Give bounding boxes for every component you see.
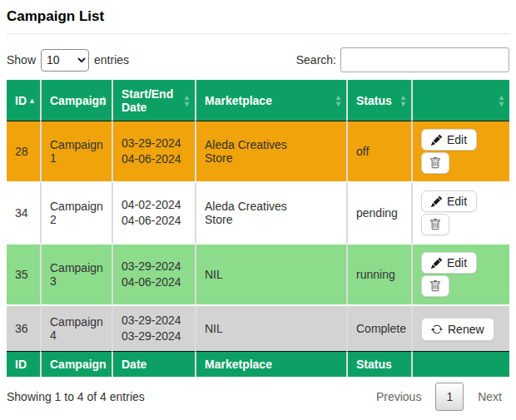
cell-status: off bbox=[346, 121, 411, 181]
page-number-button[interactable]: 1 bbox=[435, 383, 464, 411]
marketplace-text: Aleda Creatives Store bbox=[205, 200, 298, 226]
delete-button[interactable] bbox=[421, 275, 449, 297]
next-page-button[interactable]: Next bbox=[470, 383, 509, 410]
edit-button[interactable]: Edit bbox=[421, 129, 477, 151]
column-header-label: Marketplace bbox=[205, 94, 272, 107]
search-control: Search: bbox=[296, 47, 509, 72]
column-header-marketplace[interactable]: Marketplace▲▼ bbox=[195, 80, 346, 121]
column-header-id[interactable]: ID▲ bbox=[7, 80, 40, 121]
end-date: 04-06-2024 bbox=[122, 213, 186, 229]
start-date: 03-29-2024 bbox=[122, 313, 186, 329]
sort-arrows-icon: ▲▼ bbox=[498, 94, 505, 107]
previous-page-button[interactable]: Previous bbox=[369, 383, 429, 410]
cell-campaign: Campaign 3 bbox=[40, 243, 112, 304]
delete-button[interactable] bbox=[421, 214, 449, 235]
table-body: 28Campaign 103-29-202404-06-2024Aleda Cr… bbox=[7, 121, 509, 351]
cell-marketplace: Aleda Creatives Store bbox=[195, 121, 346, 181]
table-row: 36Campaign 403-29-202403-29-2024NILCompl… bbox=[7, 304, 509, 351]
column-header-actions[interactable]: ▲▼ bbox=[411, 80, 509, 121]
cell-campaign: Campaign 1 bbox=[40, 121, 112, 181]
row-actions: Edit bbox=[421, 128, 501, 175]
page-length-select[interactable]: 10 bbox=[41, 49, 89, 72]
pencil-icon bbox=[431, 258, 442, 269]
column-header-start-end-date[interactable]: Start/End Date▲▼ bbox=[112, 80, 195, 121]
footer-column-status: Status bbox=[346, 351, 411, 377]
entries-label: entries bbox=[94, 53, 129, 67]
showing-entries-info: Showing 1 to 4 of 4 entries bbox=[7, 390, 145, 403]
start-date: 03-29-2024 bbox=[122, 136, 186, 151]
table-foot: IDCampaignDateMarketplaceStatus bbox=[7, 351, 509, 377]
cell-id: 36 bbox=[7, 304, 40, 351]
cell-id: 35 bbox=[7, 243, 40, 304]
cell-actions: Edit bbox=[411, 181, 509, 243]
pagination: Previous 1 Next bbox=[369, 383, 509, 411]
marketplace-text: Aleda Creatives Store bbox=[205, 138, 298, 165]
cell-marketplace: Aleda Creatives Store bbox=[195, 181, 346, 243]
renew-button[interactable]: Renew bbox=[421, 318, 494, 341]
footer-column-actions bbox=[411, 351, 509, 377]
table-head: ID▲Campaign▲▼Start/End Date▲▼Marketplace… bbox=[7, 80, 509, 121]
column-header-label: Campaign bbox=[50, 94, 107, 107]
trash-icon bbox=[429, 219, 441, 230]
column-header-label: ID bbox=[15, 94, 27, 107]
cell-date: 03-29-202404-06-2024 bbox=[112, 121, 195, 181]
end-date: 04-06-2024 bbox=[122, 151, 186, 167]
cell-actions: Renew bbox=[411, 304, 509, 351]
marketplace-text: NIL bbox=[205, 268, 298, 281]
page-title: Campaign List bbox=[7, 8, 509, 25]
cell-id: 28 bbox=[7, 121, 40, 181]
sort-arrows-icon: ▲ bbox=[28, 97, 36, 104]
end-date: 03-29-2024 bbox=[122, 329, 186, 344]
cell-marketplace: NIL bbox=[195, 243, 346, 304]
edit-button-label: Edit bbox=[447, 195, 467, 208]
row-actions: Edit bbox=[421, 251, 501, 298]
show-label: Show bbox=[7, 53, 36, 67]
refresh-icon bbox=[431, 324, 443, 335]
search-input[interactable] bbox=[340, 47, 509, 72]
cell-actions: Edit bbox=[411, 121, 509, 181]
pencil-icon bbox=[431, 196, 442, 207]
trash-icon bbox=[429, 157, 441, 169]
table-row: 28Campaign 103-29-202404-06-2024Aleda Cr… bbox=[7, 121, 509, 181]
footer-column-campaign: Campaign bbox=[40, 351, 112, 377]
page-length-control: Show 10 entries bbox=[7, 49, 129, 72]
footer-column-marketplace: Marketplace bbox=[195, 351, 346, 377]
column-header-campaign[interactable]: Campaign▲▼ bbox=[40, 80, 112, 121]
renew-button-label: Renew bbox=[448, 323, 484, 336]
start-date: 03-29-2024 bbox=[122, 259, 186, 274]
cell-id: 34 bbox=[7, 181, 40, 243]
cell-status: Complete bbox=[346, 304, 411, 351]
edit-button[interactable]: Edit bbox=[421, 252, 477, 274]
edit-button-label: Edit bbox=[447, 256, 467, 269]
sort-arrows-icon: ▲▼ bbox=[399, 94, 407, 107]
cell-date: 03-29-202404-06-2024 bbox=[112, 243, 195, 304]
trash-icon bbox=[429, 280, 441, 292]
cell-campaign: Campaign 2 bbox=[40, 181, 112, 243]
row-actions: Edit bbox=[421, 190, 501, 236]
footer-row: IDCampaignDateMarketplaceStatus bbox=[7, 351, 509, 377]
search-label: Search: bbox=[296, 53, 336, 67]
column-header-label: Start/End Date bbox=[122, 87, 173, 114]
pencil-icon bbox=[431, 135, 442, 146]
marketplace-text: NIL bbox=[205, 322, 298, 335]
column-header-status[interactable]: Status▲▼ bbox=[346, 80, 411, 121]
sort-arrows-icon: ▲▼ bbox=[100, 94, 107, 107]
end-date: 04-06-2024 bbox=[122, 274, 186, 290]
table-controls: Show 10 entries Search: bbox=[7, 47, 509, 72]
sort-arrows-icon: ▲▼ bbox=[183, 94, 191, 107]
delete-button[interactable] bbox=[421, 152, 449, 174]
table-info-row: Showing 1 to 4 of 4 entries Previous 1 N… bbox=[7, 383, 509, 416]
cell-date: 03-29-202403-29-2024 bbox=[112, 304, 195, 351]
start-date: 04-02-2024 bbox=[122, 197, 186, 213]
row-actions: Renew bbox=[421, 315, 501, 342]
header-row: ID▲Campaign▲▼Start/End Date▲▼Marketplace… bbox=[7, 80, 509, 121]
edit-button[interactable]: Edit bbox=[421, 190, 477, 212]
cell-date: 04-02-202404-06-2024 bbox=[112, 181, 195, 243]
campaign-list-page: Campaign List Show 10 entries Search: ID… bbox=[0, 0, 516, 416]
title-divider bbox=[7, 33, 509, 34]
cell-status: running bbox=[346, 243, 411, 304]
footer-column-date: Date bbox=[112, 351, 195, 377]
cell-campaign: Campaign 4 bbox=[40, 304, 112, 351]
column-header-label: Status bbox=[356, 94, 392, 107]
table-row: 34Campaign 204-02-202404-06-2024Aleda Cr… bbox=[7, 181, 509, 243]
